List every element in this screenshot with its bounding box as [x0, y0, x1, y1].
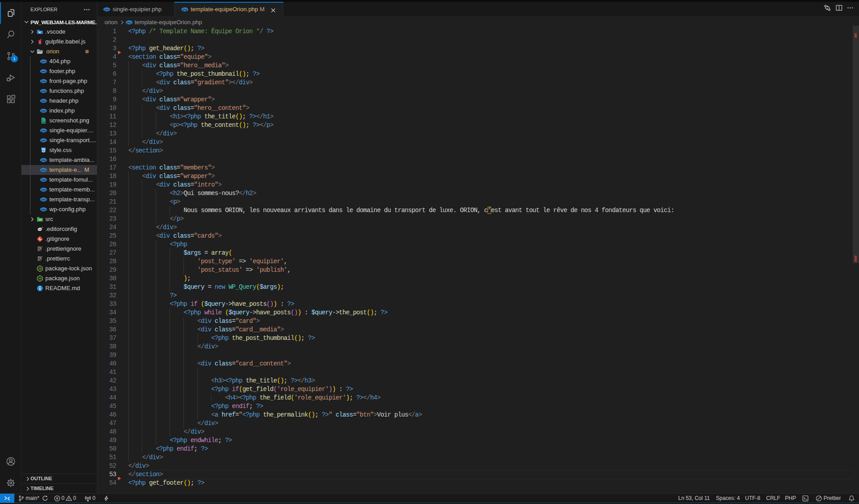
svg-text:php: php: [41, 80, 46, 83]
svg-text:php: php: [41, 109, 46, 112]
svg-text:php: php: [41, 90, 46, 92]
svg-text:php: php: [41, 169, 46, 171]
svg-text:php: php: [41, 129, 46, 132]
svg-text:php: php: [41, 60, 46, 63]
svg-text:JS: JS: [38, 277, 41, 280]
svg-text:php: php: [41, 198, 46, 201]
svg-text:php: php: [41, 100, 46, 102]
svg-text:php: php: [182, 8, 187, 11]
svg-text:php: php: [41, 159, 46, 161]
svg-text:JS: JS: [38, 267, 41, 270]
svg-text:php: php: [104, 8, 109, 11]
svg-text:php: php: [41, 139, 46, 142]
svg-text:php: php: [41, 188, 46, 191]
svg-text:php: php: [41, 70, 46, 73]
svg-text:php: php: [41, 208, 46, 211]
svg-text:</>: </>: [38, 218, 42, 221]
svg-text:php: php: [41, 178, 46, 181]
svg-text:php: php: [126, 21, 132, 24]
